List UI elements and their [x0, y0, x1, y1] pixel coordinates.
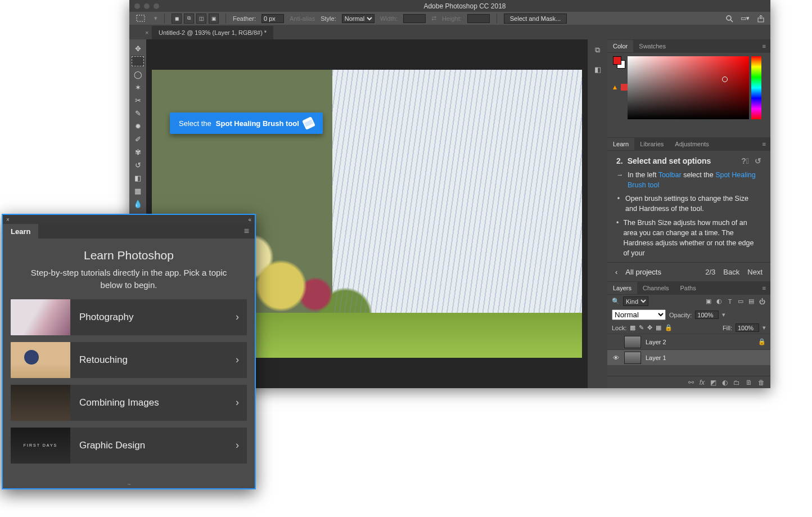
sel-subtract-icon[interactable]: ◫	[196, 14, 206, 24]
lock-all-icon[interactable]: 🔒	[665, 324, 673, 331]
style-select[interactable]: Normal	[342, 14, 375, 23]
new-layer-icon[interactable]: 🗎	[746, 379, 752, 386]
layer-row[interactable]: 👁 Layer 1	[607, 349, 770, 365]
layer-row[interactable]: Layer 2 🔒	[607, 334, 770, 349]
collapse-icon[interactable]: «	[248, 217, 251, 223]
tab-channels[interactable]: Channels	[637, 282, 674, 294]
document-tab-title: Untitled-2 @ 193% (Layer 1, RGB/8#) *	[159, 29, 267, 36]
filter-kind-select[interactable]: Kind	[623, 296, 648, 306]
fg-bg-swatch[interactable]	[613, 56, 625, 69]
fill-input[interactable]	[736, 323, 759, 332]
document-tab[interactable]: × Untitled-2 @ 193% (Layer 1, RGB/8#) *	[152, 26, 273, 39]
tab-learn[interactable]: Learn	[3, 224, 38, 239]
panel-menu-icon[interactable]: ≡	[758, 141, 770, 147]
svg-rect-0	[137, 15, 145, 21]
topic-thumb	[11, 342, 70, 378]
blur-tool-icon[interactable]: 💧	[131, 198, 145, 209]
resize-grip-icon[interactable]: ┉	[3, 482, 255, 487]
color-field[interactable]	[628, 56, 749, 119]
svg-line-2	[730, 20, 733, 22]
filter-shape-icon[interactable]: ▭	[737, 298, 745, 305]
tab-color[interactable]: Color	[607, 40, 633, 52]
next-button[interactable]: Next	[747, 268, 763, 276]
topic-photography[interactable]: Photography ›	[11, 299, 247, 335]
learn-floating-panel[interactable]: × « Learn ≡ Learn Photoshop Step-by-step…	[2, 214, 256, 489]
back-button[interactable]: Back	[723, 268, 739, 276]
spot-heal-tool-icon[interactable]: ✹	[131, 120, 145, 132]
quick-select-tool-icon[interactable]: ✶	[131, 82, 145, 93]
help-icon[interactable]: ?⃝	[741, 156, 749, 165]
trash-icon[interactable]: 🗑	[758, 379, 765, 386]
max-dot[interactable]	[154, 3, 159, 9]
eyedropper-tool-icon[interactable]: ✎	[131, 107, 145, 119]
sel-intersect-icon[interactable]: ▣	[209, 14, 219, 24]
feather-input[interactable]	[261, 14, 284, 23]
close-icon[interactable]: ×	[6, 217, 10, 223]
layer-name: Layer 1	[646, 354, 666, 361]
reset-icon[interactable]: ↺	[755, 156, 761, 165]
search-icon[interactable]	[724, 14, 734, 24]
adjustment-layer-icon[interactable]: ◐	[722, 379, 728, 386]
min-dot[interactable]	[144, 3, 150, 9]
lock-pos-icon[interactable]: ✥	[647, 324, 652, 331]
eraser-tool-icon[interactable]: ◧	[131, 172, 145, 183]
panel-menu-icon[interactable]: ≡	[758, 285, 770, 291]
history-panel-icon[interactable]: ⧉	[592, 44, 604, 56]
lock-trans-icon[interactable]: ▩	[630, 324, 635, 331]
gradient-tool-icon[interactable]: ▦	[131, 185, 145, 196]
panel-menu-icon[interactable]: ≡	[758, 43, 770, 50]
marquee-tool-icon[interactable]	[131, 56, 145, 67]
visibility-toggle[interactable]: 👁	[612, 354, 620, 361]
lock-icon[interactable]: 🔒	[758, 338, 766, 345]
lasso-tool-icon[interactable]: ◯	[131, 69, 145, 80]
move-tool-icon[interactable]: ✥	[131, 43, 145, 54]
search-icon[interactable]: 🔍	[612, 298, 620, 305]
workspace-switcher-icon[interactable]: ▭▾	[740, 14, 750, 24]
panel-drag-bar[interactable]: × «	[3, 215, 255, 224]
sel-new-icon[interactable]: ◼	[172, 14, 182, 24]
clone-stamp-tool-icon[interactable]: ✾	[131, 146, 145, 158]
opacity-input[interactable]	[695, 311, 719, 319]
group-icon[interactable]: 🗀	[733, 379, 740, 386]
tab-close-icon[interactable]: ×	[145, 29, 148, 36]
lock-nest-icon[interactable]: ▦	[656, 324, 661, 331]
blend-mode-select[interactable]: Normal	[612, 309, 666, 320]
share-icon[interactable]	[756, 14, 766, 24]
select-and-mask-button[interactable]: Select and Mask...	[504, 14, 567, 24]
back-chevron-icon[interactable]: ‹	[615, 268, 617, 276]
filter-pixel-icon[interactable]: ▣	[705, 298, 712, 305]
tab-swatches[interactable]: Swatches	[633, 40, 671, 52]
sel-add-icon[interactable]: ⧉	[184, 14, 194, 24]
close-dot[interactable]	[134, 3, 140, 9]
tab-learn[interactable]: Learn	[607, 138, 634, 150]
all-projects-link[interactable]: All projects	[625, 268, 661, 276]
properties-panel-icon[interactable]: ◧	[592, 63, 604, 75]
panel-menu-icon[interactable]: ≡	[238, 226, 255, 236]
link-layers-icon[interactable]: ⚯	[688, 379, 694, 386]
link-toolbar[interactable]: Toolbar	[658, 171, 682, 179]
tab-libraries[interactable]: Libraries	[634, 138, 669, 150]
mask-icon[interactable]: ◩	[710, 379, 716, 386]
topic-graphic-design[interactable]: FIRST DAYS Graphic Design ›	[11, 428, 247, 464]
hue-slider[interactable]	[751, 56, 761, 119]
window-controls	[134, 3, 159, 9]
fx-icon[interactable]: fx	[700, 379, 705, 386]
topic-combining[interactable]: Combining Images ›	[11, 385, 247, 421]
topic-thumb	[11, 385, 70, 421]
websafe-swatch[interactable]	[621, 84, 628, 91]
lock-paint-icon[interactable]: ✎	[639, 324, 644, 331]
filter-smart-icon[interactable]: ▤	[747, 298, 755, 305]
tab-adjustments[interactable]: Adjustments	[669, 138, 715, 150]
crop-tool-icon[interactable]: ✂	[131, 95, 145, 106]
current-tool-icon[interactable]	[134, 14, 148, 24]
brush-tool-icon[interactable]: ✐	[131, 133, 145, 145]
filter-toggle-icon[interactable]: ⏻	[758, 298, 766, 305]
filter-type-icon[interactable]: T	[726, 298, 734, 305]
topic-retouching[interactable]: Retouching ›	[11, 342, 247, 378]
history-brush-tool-icon[interactable]: ↺	[131, 159, 145, 170]
lock-label: Lock:	[612, 325, 626, 331]
filter-adjust-icon[interactable]: ◐	[715, 298, 723, 305]
gamut-warning-icon[interactable]: ▲	[611, 83, 619, 91]
tab-layers[interactable]: Layers	[607, 282, 637, 294]
tab-paths[interactable]: Paths	[675, 282, 702, 294]
